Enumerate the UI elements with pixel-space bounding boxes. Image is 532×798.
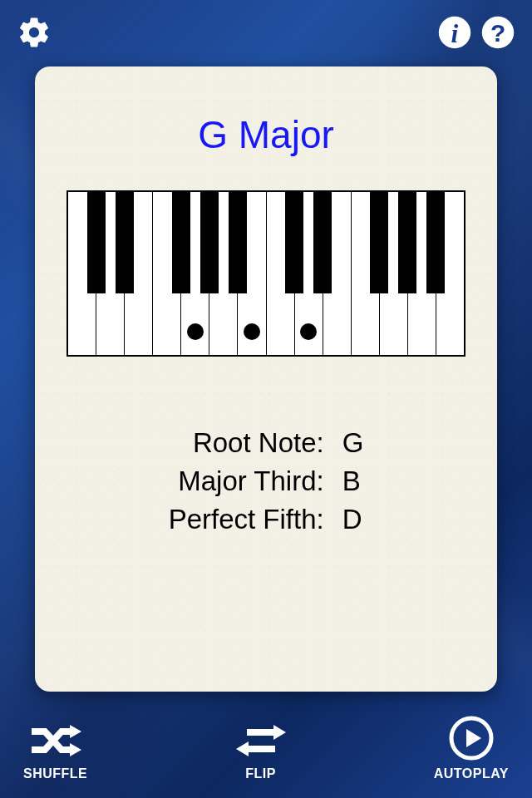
root-note-value: G bbox=[342, 427, 364, 459]
piano-keyboard bbox=[66, 190, 466, 357]
help-icon: ? bbox=[480, 15, 515, 50]
white-key bbox=[380, 192, 408, 355]
white-key bbox=[68, 192, 96, 355]
flip-label: FLIP bbox=[245, 766, 276, 781]
svg-text:i: i bbox=[451, 19, 459, 48]
white-key bbox=[153, 192, 181, 355]
white-key bbox=[125, 192, 153, 355]
note-marker-root bbox=[187, 323, 204, 340]
svg-text:?: ? bbox=[490, 19, 505, 47]
perfect-fifth-value: D bbox=[342, 504, 364, 535]
white-key bbox=[323, 192, 352, 355]
autoplay-label: AUTOPLAY bbox=[434, 766, 509, 781]
white-key bbox=[408, 192, 436, 355]
major-third-value: B bbox=[342, 466, 364, 497]
major-third-label: Major Third: bbox=[169, 466, 324, 497]
settings-button[interactable] bbox=[17, 15, 52, 50]
gear-icon bbox=[17, 15, 52, 50]
flashcard[interactable]: G Major bbox=[35, 66, 497, 692]
info-icon: i bbox=[437, 15, 472, 50]
shuffle-label: SHUFFLE bbox=[23, 766, 87, 781]
autoplay-button[interactable]: AUTOPLAY bbox=[434, 715, 509, 781]
flip-icon bbox=[232, 720, 290, 761]
flip-button[interactable]: FLIP bbox=[232, 720, 290, 781]
note-marker-fifth bbox=[300, 323, 317, 340]
shuffle-icon bbox=[27, 720, 85, 761]
help-button[interactable]: ? bbox=[480, 15, 515, 50]
note-marker-third bbox=[244, 323, 260, 340]
chord-notes: Root Note: G Major Third: B Perfect Fift… bbox=[169, 427, 364, 535]
play-circle-icon bbox=[448, 715, 495, 761]
white-key bbox=[267, 192, 295, 355]
shuffle-button[interactable]: SHUFFLE bbox=[23, 720, 87, 781]
white-key bbox=[209, 192, 238, 355]
white-key bbox=[436, 192, 464, 355]
chord-title: G Major bbox=[198, 112, 334, 157]
root-note-label: Root Note: bbox=[169, 427, 324, 459]
white-key bbox=[96, 192, 125, 355]
info-button[interactable]: i bbox=[437, 15, 472, 50]
perfect-fifth-label: Perfect Fifth: bbox=[169, 504, 324, 535]
white-key bbox=[352, 192, 380, 355]
